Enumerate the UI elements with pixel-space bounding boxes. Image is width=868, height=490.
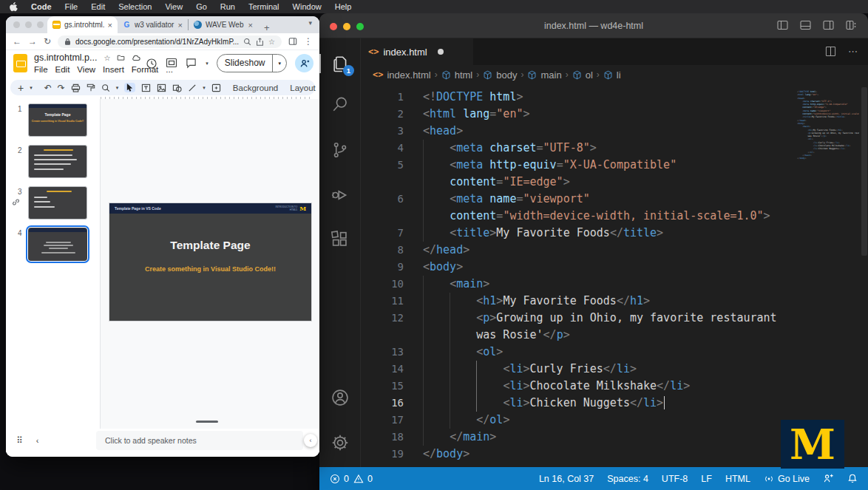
zoom-window-icon[interactable] (37, 21, 44, 28)
breadcrumb-index-html[interactable]: <>index.html (373, 69, 431, 81)
background-button[interactable]: Background (233, 84, 278, 92)
source-control-icon[interactable] (330, 140, 350, 160)
modified-dot-icon[interactable] (438, 49, 444, 55)
menu-view[interactable]: View (165, 2, 183, 11)
slide-title-text[interactable]: Template Page (109, 239, 311, 252)
line-number[interactable]: 8 (361, 242, 404, 259)
insert-line-icon[interactable] (188, 84, 197, 92)
new-slide-chevron-icon[interactable]: ▾ (30, 85, 33, 91)
line-number[interactable]: 2 (361, 106, 404, 123)
reload-button[interactable]: ↻ (44, 36, 51, 47)
slides-logo-icon[interactable] (13, 54, 27, 72)
close-tab-icon[interactable]: × (178, 21, 183, 30)
code-line[interactable]: was Rosie'</p> (361, 327, 868, 344)
breadcrumb-ol[interactable]: ol (572, 69, 593, 81)
insert-image-icon[interactable] (157, 84, 166, 92)
code-line[interactable]: 5 <meta http-equiv="X-UA-Compatible" (361, 157, 868, 174)
menu-file[interactable]: File (65, 2, 78, 11)
menu-go[interactable]: Go (196, 2, 207, 11)
warnings-status[interactable]: 0 (353, 474, 373, 484)
slide-thumbnail-4[interactable] (28, 228, 87, 261)
browser-tab-2[interactable]: Gw3 validator - C× (118, 16, 188, 33)
slideshow-label[interactable]: Slideshow (217, 55, 273, 72)
line-number[interactable] (361, 208, 404, 225)
code-line[interactable]: 10 <main> (361, 276, 868, 293)
editor-actions-icon[interactable]: ⋯ (848, 46, 858, 57)
tab-search-chevron-icon[interactable]: ▾ (308, 19, 312, 27)
speaker-notes-input[interactable]: Click to add speaker notes (96, 431, 303, 450)
code-line[interactable]: 9<body> (361, 259, 868, 276)
code-line[interactable]: content="IE=edge"> (361, 174, 868, 191)
explorer-icon[interactable]: 1 (330, 53, 350, 74)
comment-icon[interactable] (186, 58, 197, 69)
insert-placeholder-icon[interactable] (211, 84, 221, 92)
document-title[interactable]: gs.introhtml.p... (34, 52, 97, 63)
minimize-window-icon[interactable] (25, 21, 32, 28)
search-icon[interactable] (330, 94, 350, 115)
star-icon[interactable]: ☆ (104, 54, 110, 62)
slide-thumbnail-1[interactable]: Template PageCreate something in Visual … (28, 103, 87, 137)
accounts-icon[interactable] (330, 387, 350, 408)
line-number[interactable]: 17 (361, 412, 404, 429)
tab-index-html[interactable]: <> index.html (361, 38, 473, 65)
code-line[interactable]: 13 <ol> (361, 344, 868, 361)
line-number[interactable]: 14 (361, 361, 404, 378)
address-bar[interactable]: docs.google.com/presentation/d/1NrZAdyHk… (58, 35, 282, 48)
editor-scrollbar[interactable] (861, 87, 867, 256)
browser-tab-3[interactable]: WAVE Web Acc× (188, 19, 258, 30)
eol-status[interactable]: LF (701, 474, 712, 484)
undo-icon[interactable]: ↶ (44, 83, 52, 93)
slides-menu-edit[interactable]: Edit (55, 65, 70, 74)
line-number[interactable]: 1 (361, 89, 404, 106)
slides-menu-insert[interactable]: Insert (103, 65, 124, 74)
grid-view-icon[interactable]: ⠿ (16, 435, 23, 446)
slide-canvas[interactable]: Template Page in VS Code INTRODUCTION TO… (101, 99, 319, 429)
notifications-bell-icon[interactable] (847, 473, 858, 484)
new-tab-button[interactable]: + (264, 22, 270, 33)
line-number[interactable]: 9 (361, 259, 404, 276)
browser-menu-icon[interactable]: ⋮ (304, 36, 313, 47)
encoding-status[interactable]: UTF-8 (662, 474, 688, 484)
language-mode-status[interactable]: HTML (725, 474, 750, 484)
line-number[interactable]: 3 (361, 123, 404, 140)
line-number[interactable]: 11 (361, 293, 404, 310)
code-line[interactable]: 3<head> (361, 123, 868, 140)
run-debug-icon[interactable] (330, 185, 350, 205)
browser-tab-1[interactable]: gs.introhtml.po× (47, 16, 118, 33)
slide-thumbnail-2[interactable] (28, 145, 87, 178)
back-button[interactable]: ← (13, 36, 21, 47)
line-number[interactable]: 6 (361, 191, 404, 208)
menu-run[interactable]: Run (220, 2, 235, 11)
code-line[interactable]: content="width=device-width, initial-sca… (361, 208, 868, 225)
customize-layout-icon[interactable] (845, 19, 858, 31)
scroll-left-button[interactable]: ‹ (304, 434, 317, 447)
text-box-icon[interactable] (141, 84, 151, 92)
toggle-panel-icon[interactable] (799, 19, 812, 31)
cloud-status-icon[interactable] (132, 55, 140, 61)
line-number[interactable]: 13 (361, 344, 404, 361)
split-editor-icon[interactable] (825, 46, 836, 57)
menu-terminal[interactable]: Terminal (248, 2, 279, 11)
code-line[interactable]: 7 <title>My Favorite Foods</title> (361, 225, 868, 242)
slide-thumbnail-3[interactable] (28, 186, 87, 220)
line-number[interactable] (361, 174, 404, 191)
move-folder-icon[interactable] (117, 54, 125, 61)
feedback-icon[interactable] (823, 473, 834, 484)
bookmark-star-icon[interactable]: ☆ (268, 38, 275, 46)
share-avatar-button[interactable] (295, 54, 313, 72)
paint-format-icon[interactable] (87, 84, 95, 92)
menu-code[interactable]: Code (31, 2, 52, 11)
line-number[interactable]: 10 (361, 276, 404, 293)
go-live-button[interactable]: Go Live (764, 474, 810, 484)
code-line[interactable]: 14 <li>Curly Fries</li> (361, 361, 868, 378)
line-number[interactable] (361, 327, 404, 344)
layout-button[interactable]: Layout (290, 84, 316, 92)
forward-button[interactable]: → (28, 36, 37, 47)
window-controls[interactable] (13, 21, 44, 28)
present-mode-icon[interactable] (166, 58, 177, 69)
code-line[interactable]: 8</head> (361, 242, 868, 259)
breadcrumb-main[interactable]: main (527, 69, 561, 81)
line-chevron-icon[interactable]: ▾ (203, 85, 206, 91)
current-slide[interactable]: Template Page in VS Code INTRODUCTION TO… (109, 203, 311, 321)
insert-shape-icon[interactable] (172, 84, 182, 92)
